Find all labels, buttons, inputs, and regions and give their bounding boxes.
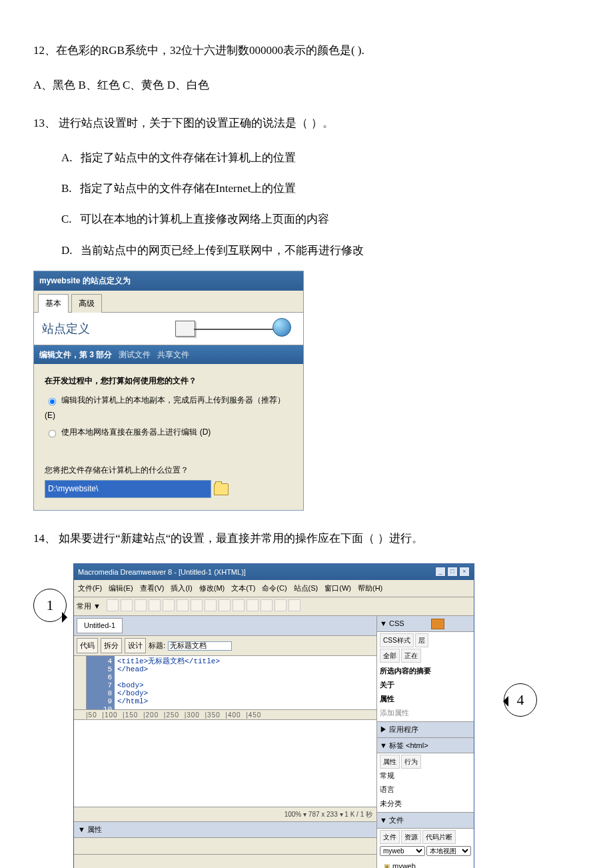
- properties-panel[interactable]: ▼ 属性: [74, 822, 376, 855]
- view-select[interactable]: 本地视图: [426, 846, 472, 856]
- local-path-input[interactable]: D:\mywebsite\: [45, 480, 211, 498]
- toolbar-button[interactable]: [205, 599, 217, 611]
- title-input[interactable]: [168, 641, 232, 651]
- files-tab-files[interactable]: 文件: [380, 830, 400, 844]
- toolbar-button[interactable]: [163, 599, 175, 611]
- menu-site[interactable]: 站点(S): [293, 581, 320, 595]
- document-tab[interactable]: Untitled-1: [77, 618, 123, 633]
- toolbar-button[interactable]: [149, 599, 161, 611]
- menu-help[interactable]: 帮助(H): [356, 581, 384, 595]
- dialog-question-2: 您将把文件存储在计算机上的什么位置？: [45, 463, 293, 478]
- insert-toolbar[interactable]: 常用 ▼: [74, 597, 474, 616]
- toolbar-button[interactable]: [247, 599, 259, 611]
- document-toolbar[interactable]: 代码 拆分 设计 标题:: [74, 636, 376, 656]
- menu-view[interactable]: 查看(V): [139, 581, 166, 595]
- opt-label: D.: [61, 240, 73, 261]
- document-tabs[interactable]: Untitled-1: [74, 616, 376, 636]
- view-code-button[interactable]: 代码: [77, 638, 98, 653]
- properties-header[interactable]: ▼ 属性: [74, 822, 376, 838]
- maximize-icon[interactable]: □: [447, 567, 458, 577]
- opt-label: B.: [61, 178, 72, 199]
- menu-commands[interactable]: 命令(C): [261, 581, 288, 595]
- q13-opt-b: 指定了站点中的文件存储在Internet上的位置: [80, 182, 297, 195]
- menu-text[interactable]: 文本(T): [230, 581, 257, 595]
- tag-panel-body[interactable]: 属性 行为 常规 语言 未分类: [377, 753, 474, 813]
- toolbar-button[interactable]: [135, 599, 147, 611]
- toolbar-button[interactable]: [275, 599, 287, 611]
- insert-category[interactable]: 常用 ▼: [77, 599, 101, 613]
- status-text: 100% ▾ 787 x 233 ▾ 1 K / 1 秒: [285, 808, 372, 821]
- globe-icon: [273, 318, 291, 337]
- tag-cat-general[interactable]: 常规: [380, 769, 471, 783]
- tag-cat-misc[interactable]: 未分类: [380, 797, 471, 811]
- radio-local-copy[interactable]: 编辑我的计算机上的本地副本，完成后再上传到服务器（推荐）(E): [45, 393, 293, 423]
- files-panel-body[interactable]: 文件 资源 代码片断 myweb 本地视图: [377, 829, 474, 868]
- toolbar-button[interactable]: [107, 599, 119, 611]
- css-scope-current[interactable]: 正在: [401, 649, 421, 663]
- menu-bar[interactable]: 文件(F) 编辑(E) 查看(V) 插入(I) 修改(M) 文本(T) 命令(C…: [74, 580, 474, 597]
- q12-text: 12、在色彩的RGB系统中，32位十六进制数000000表示的颜色是( ).: [33, 40, 580, 61]
- tab-advanced[interactable]: 高级: [71, 294, 102, 313]
- step-edit-files: 编辑文件，第 3 部分: [39, 347, 112, 363]
- view-design-button[interactable]: 设计: [125, 638, 146, 653]
- toolbar-button[interactable]: [289, 599, 301, 611]
- css-tab-layers[interactable]: 层: [415, 633, 428, 647]
- step-share-files: 共享文件: [157, 347, 189, 363]
- close-icon[interactable]: ×: [459, 567, 470, 577]
- app-panel-header[interactable]: ▶ 应用程序: [377, 722, 474, 738]
- css-tab-styles[interactable]: CSS样式: [380, 633, 414, 647]
- menu-insert[interactable]: 插入(I): [169, 581, 193, 595]
- computer-icon: [175, 321, 195, 337]
- tab-basic[interactable]: 基本: [38, 294, 69, 313]
- radio-local-copy-input[interactable]: [49, 398, 57, 406]
- code-view[interactable]: 4 5 6 7 8 9 10 11 <title>无标题文档</title> <…: [74, 656, 376, 710]
- file-tree[interactable]: myweb lesson1 lesson2 qita: [380, 858, 471, 868]
- side-panels: ▼ CSS CSS样式 层 全部 正在 所选内容的摘要 关于: [376, 616, 474, 868]
- q13-opt-a: 指定了站点中的文件存储在计算机上的位置: [81, 151, 296, 164]
- step-test-files: 测试文件: [119, 347, 151, 363]
- toolbar-button[interactable]: [191, 599, 203, 611]
- design-view[interactable]: [74, 720, 376, 807]
- wizard-steps: 编辑文件，第 3 部分 测试文件 共享文件: [34, 345, 303, 365]
- menu-edit[interactable]: 编辑(E): [107, 581, 135, 595]
- css-summary-about: 关于: [380, 678, 471, 692]
- files-tab-snippets[interactable]: 代码片断: [422, 830, 456, 844]
- code-text[interactable]: <title>无标题文档</title> </head> <body> </bo…: [115, 656, 223, 709]
- toolbar-button[interactable]: [261, 599, 273, 611]
- tag-tab-attrs[interactable]: 属性: [380, 755, 400, 769]
- opt-label: C.: [61, 209, 72, 230]
- dialog-title-bar: mywebsite 的站点定义为: [34, 271, 303, 291]
- css-panel-header[interactable]: ▼ CSS: [377, 616, 474, 632]
- menu-modify[interactable]: 修改(M): [198, 581, 227, 595]
- radio-server-edit-input[interactable]: [49, 429, 57, 437]
- files-panel-header[interactable]: ▼ 文件: [377, 813, 474, 829]
- browse-folder-icon[interactable]: [214, 483, 229, 495]
- view-split-button[interactable]: 拆分: [101, 638, 122, 653]
- menu-window[interactable]: 窗口(W): [323, 581, 352, 595]
- files-tab-assets[interactable]: 资源: [401, 830, 421, 844]
- line-numbers: 4 5 6 7 8 9 10 11: [87, 656, 115, 709]
- css-panel-body[interactable]: CSS样式 层 全部 正在 所选内容的摘要 关于 属性 添加属性: [377, 632, 474, 722]
- title-label: 标题:: [149, 639, 165, 653]
- radio-local-copy-label: 编辑我的计算机上的本地副本，完成后再上传到服务器（推荐）(E): [45, 395, 285, 420]
- site-select[interactable]: myweb: [380, 846, 425, 856]
- q13-text: 13、 进行站点设置时，关于下图的设置正确的说法是（ ）。: [33, 113, 580, 134]
- file-tree-root[interactable]: myweb: [382, 859, 468, 868]
- radio-server-edit[interactable]: 使用本地网络直接在服务器上进行编辑 (D): [45, 425, 293, 440]
- dialog-body: 在开发过程中，您打算如何使用您的文件？ 编辑我的计算机上的本地副本，完成后再上传…: [34, 364, 303, 510]
- wizard-header: 站点定义: [34, 312, 303, 345]
- css-add-property[interactable]: 添加属性: [380, 706, 471, 720]
- toolbar-button[interactable]: [219, 599, 231, 611]
- toolbar-button[interactable]: [121, 599, 133, 611]
- toolbar-button[interactable]: [233, 599, 245, 611]
- toolbar-button[interactable]: [177, 599, 189, 611]
- tag-cat-lang[interactable]: 语言: [380, 783, 471, 797]
- menu-file[interactable]: 文件(F): [77, 581, 103, 595]
- window-title-bar: Macromedia Dreamweaver 8 - [Untitled-1 (…: [74, 564, 474, 581]
- minimize-icon[interactable]: _: [435, 567, 446, 577]
- q12-options: A、黑色 B、红色 C、黄色 D、白色: [33, 75, 580, 96]
- css-scope-all[interactable]: 全部: [380, 649, 400, 663]
- wizard-art: [175, 317, 295, 341]
- tag-panel-header[interactable]: ▼ 标签 <html>: [377, 738, 474, 754]
- tag-tab-behaviors[interactable]: 行为: [401, 755, 421, 769]
